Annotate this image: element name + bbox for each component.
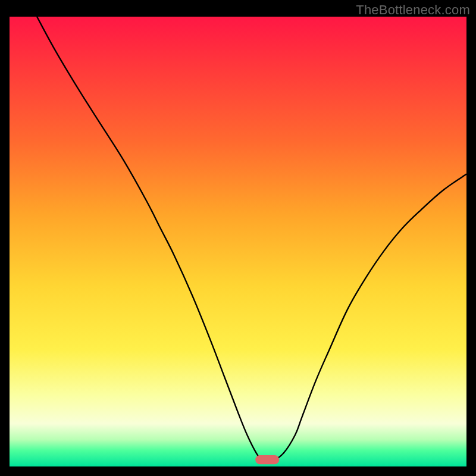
plot-inner [10, 17, 466, 466]
gradient-background [10, 17, 466, 466]
chart-frame: TheBottleneck.com [0, 0, 476, 476]
optimal-marker [255, 455, 279, 464]
watermark-label: TheBottleneck.com [356, 2, 470, 18]
chart-svg [10, 17, 466, 466]
plot-area [10, 17, 466, 466]
